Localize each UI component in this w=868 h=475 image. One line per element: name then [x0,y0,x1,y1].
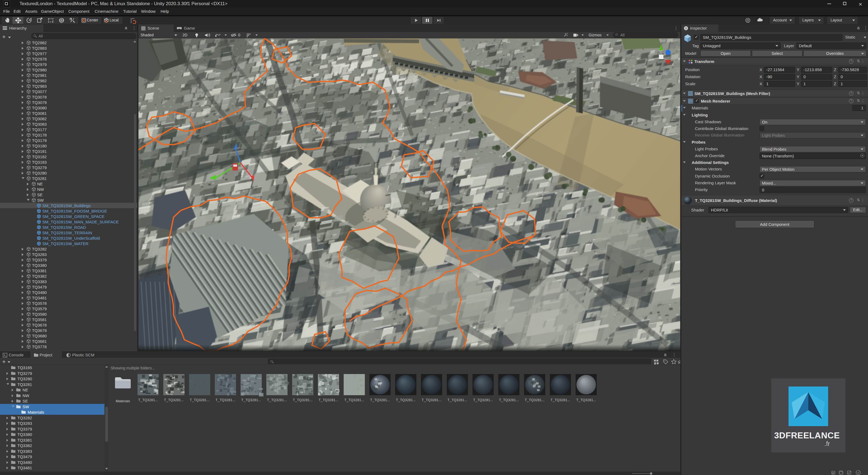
svg-text:i: i [685,27,686,30]
